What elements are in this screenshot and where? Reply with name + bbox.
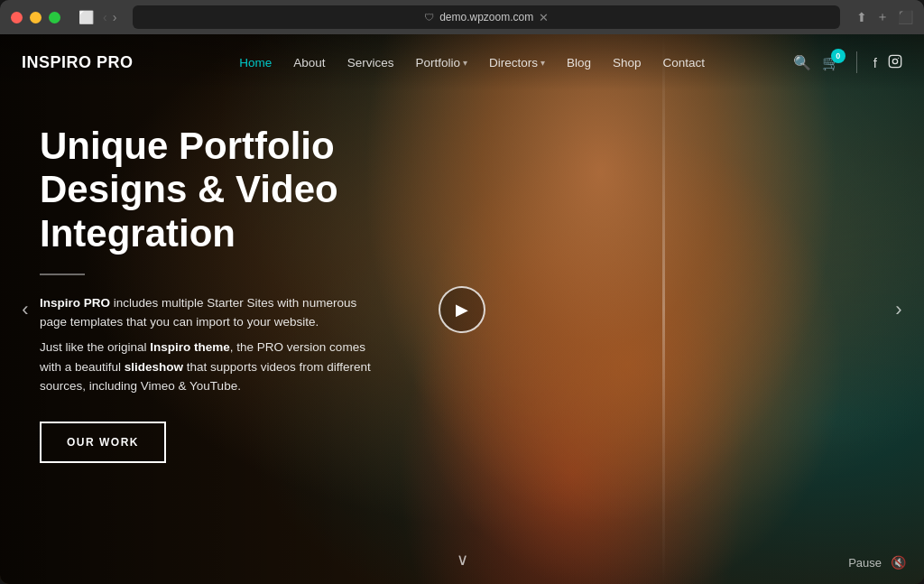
- pause-button[interactable]: Pause: [848, 556, 882, 570]
- facebook-icon[interactable]: f: [873, 55, 877, 70]
- nav-divider: [856, 51, 857, 73]
- svg-point-2: [898, 57, 899, 58]
- hero-bold-1: Inspiro PRO: [40, 296, 110, 310]
- nav-menu: Home About Services Portfolio ▾ Director…: [161, 52, 784, 73]
- scroll-down-button[interactable]: ∨: [457, 550, 468, 570]
- nav-item-shop[interactable]: Shop: [604, 52, 651, 73]
- nav-item-directors[interactable]: Directors ▾: [480, 52, 554, 73]
- browser-right-controls: ⬆ ＋ ⬛: [856, 9, 913, 25]
- hero-section: INSPIRO PRO Home About Services Portfoli…: [0, 34, 924, 584]
- play-button[interactable]: ▶: [439, 286, 485, 333]
- hero-description-2: Just like the original Inspiro theme, th…: [40, 338, 383, 396]
- next-arrow-icon: ›: [895, 298, 901, 321]
- cart-badge: 0: [831, 49, 845, 63]
- hero-title: Unique Portfolio Designs & Video Integra…: [40, 125, 437, 255]
- browser-window: ⬜ ‹ › 🛡 demo.wpzoom.com ✕ ⬆ ＋ ⬛ INSPIRO …: [0, 0, 924, 584]
- website-content: INSPIRO PRO Home About Services Portfoli…: [0, 34, 924, 584]
- hero-cta: OUR WORK: [40, 422, 437, 463]
- media-controls: Pause 🔇: [848, 555, 906, 570]
- hero-bold-2: Inspiro theme: [150, 340, 230, 354]
- nav-item-portfolio[interactable]: Portfolio ▾: [406, 52, 476, 73]
- forward-arrow-icon[interactable]: ›: [113, 10, 117, 24]
- browser-close-btn[interactable]: [11, 12, 23, 23]
- directors-chevron-icon: ▾: [541, 58, 545, 68]
- nav-item-about[interactable]: About: [284, 52, 334, 73]
- browser-maximize-btn[interactable]: [49, 12, 60, 23]
- chevron-down-icon: ∨: [457, 551, 468, 569]
- svg-rect-0: [889, 55, 901, 67]
- nav-item-services[interactable]: Services: [338, 52, 403, 73]
- browser-minimize-btn[interactable]: [30, 12, 42, 23]
- hero-bold-3: slideshow: [125, 360, 183, 374]
- navbar: INSPIRO PRO Home About Services Portfoli…: [0, 34, 924, 90]
- prev-slide-button[interactable]: ‹: [9, 293, 42, 326]
- hero-content: Unique Portfolio Designs & Video Integra…: [22, 107, 455, 481]
- our-work-button[interactable]: OUR WORK: [40, 422, 166, 463]
- svg-point-1: [892, 59, 897, 63]
- url-display: demo.wpzoom.com: [439, 11, 533, 23]
- cart-wrapper: 🛒 0: [822, 54, 840, 71]
- back-arrow-icon[interactable]: ‹: [103, 10, 107, 24]
- address-bar[interactable]: 🛡 demo.wpzoom.com ✕: [133, 5, 840, 29]
- play-icon: ▶: [456, 300, 468, 320]
- volume-icon[interactable]: 🔇: [891, 555, 906, 570]
- sidebar-toggle-icon[interactable]: ⬜: [75, 8, 97, 26]
- nav-item-blog[interactable]: Blog: [558, 52, 600, 73]
- portfolio-chevron-icon: ▾: [463, 58, 467, 68]
- hero-description-1: Inspiro PRO includes multiple Starter Si…: [40, 293, 383, 332]
- sidebar-icon[interactable]: ⬛: [898, 10, 913, 24]
- instagram-icon[interactable]: [888, 54, 902, 71]
- security-icon: 🛡: [424, 12, 434, 23]
- browser-nav-controls: ⬜ ‹ ›: [75, 8, 116, 26]
- next-slide-button[interactable]: ›: [882, 293, 915, 326]
- nav-item-home[interactable]: Home: [230, 52, 281, 73]
- prev-arrow-icon: ‹: [22, 298, 28, 321]
- browser-titlebar: ⬜ ‹ › 🛡 demo.wpzoom.com ✕ ⬆ ＋ ⬛: [0, 0, 924, 34]
- hero-divider: [40, 273, 85, 275]
- search-button[interactable]: 🔍: [793, 54, 811, 71]
- tab-close-icon[interactable]: ✕: [539, 11, 549, 24]
- glass-line-decoration: [662, 34, 665, 584]
- site-logo[interactable]: INSPIRO PRO: [22, 53, 134, 72]
- navbar-actions: 🔍 🛒 0 f: [793, 51, 902, 73]
- social-icons: f: [873, 54, 902, 71]
- share-icon[interactable]: ⬆: [856, 10, 867, 24]
- new-tab-icon[interactable]: ＋: [876, 9, 889, 25]
- nav-item-contact[interactable]: Contact: [654, 52, 715, 73]
